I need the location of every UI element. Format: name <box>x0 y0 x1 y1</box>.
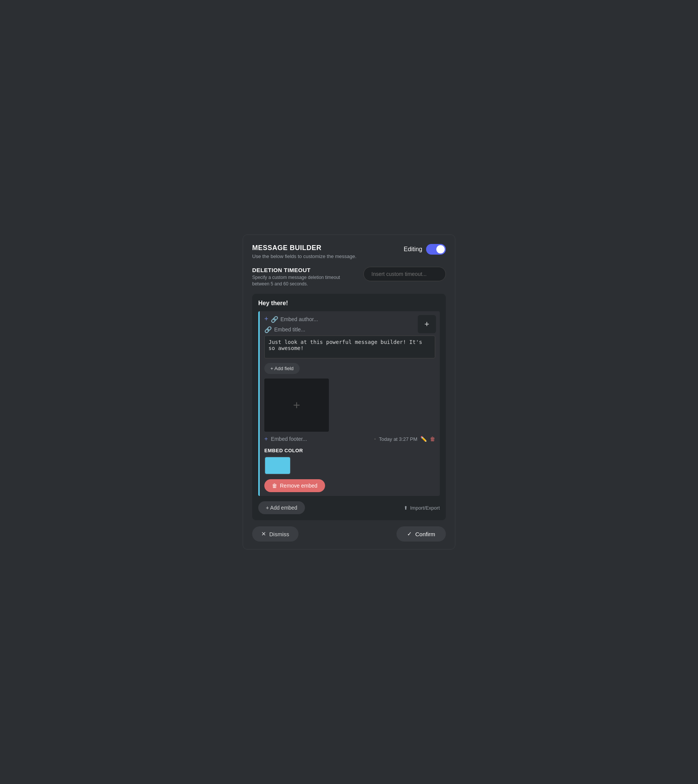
dismiss-button[interactable]: ✕ Dismiss <box>252 527 298 541</box>
embed-add-image-button[interactable]: + <box>418 315 436 333</box>
title-row: 🔗 <box>264 325 435 333</box>
modal-title: MESSAGE BUILDER <box>252 244 357 252</box>
confirm-button[interactable]: ✓ Confirm <box>397 527 446 541</box>
embed-card: + + 🔗 🔗 Just look at this powerful messa… <box>258 311 440 496</box>
embed-body-input[interactable]: Just look at this powerful message build… <box>264 335 435 358</box>
editing-toggle-thumb <box>436 245 445 254</box>
add-embed-label: + Add embed <box>266 505 297 511</box>
embed-color-swatch[interactable] <box>264 456 291 475</box>
footer-actions: ✕ Dismiss ✓ Confirm <box>252 527 446 541</box>
embed-color-section: EMBED COLOR <box>264 448 435 475</box>
author-input[interactable] <box>281 316 435 322</box>
message-builder-modal: MESSAGE BUILDER Use the below fields to … <box>243 234 455 550</box>
import-export-label: Import/Export <box>410 505 440 511</box>
import-export-button[interactable]: ⬆ Import/Export <box>404 505 440 511</box>
remove-embed-label: Remove embed <box>280 483 318 489</box>
editing-label: Editing <box>404 246 422 253</box>
embed-bottom-row: + Add embed ⬆ Import/Export <box>258 501 440 514</box>
remove-embed-trash-icon: 🗑 <box>272 483 277 489</box>
embed-image-upload-box[interactable]: + <box>264 378 329 432</box>
editing-toggle-group[interactable]: Editing <box>404 244 446 255</box>
add-field-label: + Add field <box>270 366 293 371</box>
add-footer-icon-button[interactable]: + <box>264 436 268 442</box>
remove-embed-button[interactable]: 🗑 Remove embed <box>264 479 325 492</box>
message-preview-text: Hey there! <box>258 300 440 307</box>
editing-toggle-track[interactable] <box>426 244 446 255</box>
deletion-timeout-info: DELETION TIMEOUT Specify a custom messag… <box>252 267 357 287</box>
dismiss-icon: ✕ <box>261 530 266 537</box>
confirm-label: Confirm <box>415 531 435 537</box>
title-block: MESSAGE BUILDER Use the below fields to … <box>252 244 357 259</box>
footer-input[interactable] <box>271 436 371 442</box>
author-row: + 🔗 <box>264 315 435 323</box>
footer-delete-icon[interactable]: 🗑 <box>430 436 435 442</box>
title-link-icon[interactable]: 🔗 <box>264 326 272 333</box>
import-export-icon: ⬆ <box>404 505 408 511</box>
embed-title-input[interactable] <box>274 327 435 333</box>
add-field-button[interactable]: + Add field <box>264 363 300 374</box>
embed-color-label: EMBED COLOR <box>264 448 435 453</box>
confirm-check-icon: ✓ <box>407 530 412 537</box>
footer-dot-separator: • <box>374 436 376 442</box>
footer-edit-icon[interactable]: ✏️ <box>420 436 427 442</box>
deletion-timeout-title: DELETION TIMEOUT <box>252 267 357 273</box>
dismiss-label: Dismiss <box>269 531 290 537</box>
embed-container: Hey there! + + 🔗 🔗 Just look at this pow… <box>252 294 446 520</box>
modal-header: MESSAGE BUILDER Use the below fields to … <box>252 244 446 259</box>
add-author-icon-button[interactable]: + <box>264 315 268 323</box>
deletion-timeout-desc: Specify a custom message deletion timeou… <box>252 274 357 287</box>
add-embed-button[interactable]: + Add embed <box>258 501 305 514</box>
timeout-input[interactable] <box>364 267 446 281</box>
deletion-timeout-section: DELETION TIMEOUT Specify a custom messag… <box>252 267 446 287</box>
modal-subtitle: Use the below fields to customize the me… <box>252 254 357 259</box>
author-link-icon[interactable]: 🔗 <box>271 316 278 323</box>
footer-timestamp: Today at 3:27 PM <box>379 436 417 442</box>
embed-footer-row: + • Today at 3:27 PM ✏️ 🗑 <box>264 436 435 442</box>
